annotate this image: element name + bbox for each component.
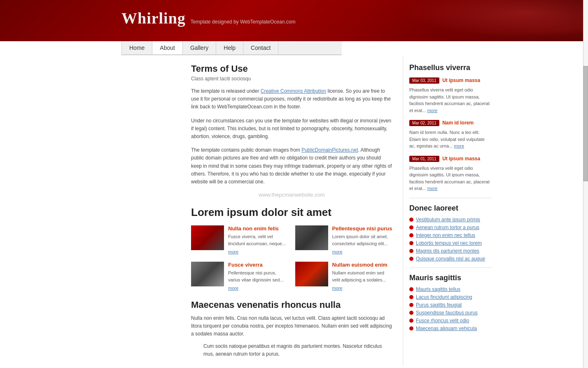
- mauris-link-4[interactable]: Suspendisse faucibus purus: [416, 310, 478, 316]
- date-badge-3: Mar 01, 2011: [409, 156, 439, 162]
- list-item: Lobortis tempus vel nec lorem: [409, 240, 492, 246]
- site-tagline: Template designed by WebTemplateOcean.co…: [191, 19, 296, 25]
- pdp-link[interactable]: PublicDomainPictures.net: [301, 147, 358, 153]
- sidebar-post-title-2: Nam id lorem: [442, 120, 474, 126]
- sidebar-post-more-2[interactable]: more: [454, 143, 464, 148]
- bullet-icon: [409, 319, 413, 323]
- page-wrapper: Terms of Use Class aptent taciti sociosq…: [61, 55, 527, 366]
- terms-paragraph2: Under no circumstances can you use the t…: [191, 117, 392, 141]
- grid-title-1: Nulla non enim felis: [228, 225, 289, 232]
- maecenas-indent: Cum sociis natoque penatibus et magnis d…: [203, 342, 392, 358]
- sidebar: Phasellus viverra Mar 03, 2011 Ut ipsum …: [403, 55, 498, 366]
- mauris-link-6[interactable]: Maecenas aliquam vehicula: [416, 326, 477, 331]
- donec-link-6[interactable]: Quisque convallis nisl ac augue: [416, 256, 485, 262]
- bullet-icon: [409, 233, 413, 237]
- grid-title-4: Nullam euismod enim: [332, 262, 393, 268]
- watermark: www.thepcmanwebsite.com: [191, 192, 392, 198]
- grid-text-2: Lorem ipsum dolor sit amet, consectetur …: [332, 233, 393, 247]
- donec-link-1[interactable]: Vestibulum ante ipsum primis: [416, 217, 480, 223]
- bullet-icon: [409, 218, 413, 222]
- bullet-icon: [409, 295, 413, 299]
- grid-content-3: Fusce viverra Pellentesque nisi purus, v…: [228, 262, 289, 291]
- sidebar-divider-1: [409, 198, 492, 198]
- lorem-section: Lorem ipsum dolor sit amet Nulla non eni…: [191, 206, 392, 291]
- sidebar-mauris-title: Mauris sagittis: [409, 274, 492, 282]
- sidebar-post-text-3: Phasellus viverra velit eget odio dignis…: [409, 165, 492, 192]
- bullet-icon: [409, 241, 413, 245]
- nav-home[interactable]: Home: [121, 41, 152, 54]
- scrollbar[interactable]: [583, 0, 588, 366]
- grid-title-2: Pellentesque nisi purus: [332, 225, 393, 232]
- sidebar-post-more-1[interactable]: more: [427, 108, 437, 113]
- maecenas-title: Maecenas venenatis rhoncus nulla: [191, 300, 392, 310]
- sidebar-post-title-3: Ut ipsum massa: [442, 156, 480, 162]
- list-item: Integer non enim nec tellus: [409, 232, 492, 238]
- sidebar-post-3: Mar 01, 2011 Ut ipsum massa Phasellus vi…: [409, 155, 492, 192]
- main-content: Terms of Use Class aptent taciti sociosq…: [183, 55, 403, 366]
- grid-text-4: Nullam euismod enim sed velit adipiscing…: [332, 270, 393, 283]
- sidebar-post-1: Mar 03, 2011 Ut ipsum massa Phasellus vi…: [409, 77, 492, 114]
- sidebar-donec-title: Donec laoreet: [409, 204, 492, 213]
- donec-link-3[interactable]: Integer non enim nec tellus: [416, 232, 475, 238]
- date-badge-2: Mar 02, 2011: [409, 120, 439, 126]
- grid-more-2[interactable]: more: [332, 249, 343, 254]
- nav-help[interactable]: Help: [216, 41, 243, 54]
- lorem-title: Lorem ipsum dolor sit amet: [191, 206, 392, 219]
- grid-more-1[interactable]: more: [228, 249, 238, 254]
- mauris-link-1[interactable]: Mauris sagittis tellus: [416, 286, 460, 292]
- scrollbar-thumb[interactable]: [583, 66, 588, 181]
- site-header: Whirling Template designed by WebTemplat…: [0, 0, 588, 41]
- grid-title-3: Fusce viverra: [228, 262, 289, 268]
- list-item: Aenean rutrum tortor a purus: [409, 225, 492, 230]
- sidebar-post-more-3[interactable]: more: [427, 186, 437, 191]
- bullet-icon: [409, 303, 413, 307]
- grid-content-1: Nulla non enim felis Fusce viverra, veli…: [228, 225, 289, 255]
- sidebar-donec: Donec laoreet Vestibulum ante ipsum prim…: [409, 204, 492, 262]
- donec-link-2[interactable]: Aenean rutrum tortor a purus: [416, 225, 479, 230]
- main-nav: Home About Gallery Help Contact: [121, 41, 342, 55]
- thumb-4: [295, 262, 328, 286]
- list-item: Mauris sagittis tellus: [409, 286, 492, 292]
- nav-contact[interactable]: Contact: [243, 41, 278, 54]
- list-item: Quisque convallis nisl ac augue: [409, 256, 492, 262]
- nav-about[interactable]: About: [152, 41, 183, 54]
- bullet-icon: [409, 225, 413, 230]
- grid-content-4: Nullam euismod enim Nullam euismod enim …: [332, 262, 393, 291]
- bullet-icon: [409, 257, 413, 261]
- bullet-icon: [409, 287, 413, 291]
- sidebar-divider-2: [409, 267, 492, 268]
- donec-link-4[interactable]: Lobortis tempus vel nec lorem: [416, 240, 482, 246]
- sidebar-phasellus-title: Phasellus viverra: [409, 63, 492, 72]
- site-name: Whirling: [121, 9, 186, 27]
- mauris-link-5[interactable]: Fusce rhoncus velit odio: [416, 318, 469, 323]
- grid-item-1: Nulla non enim felis Fusce viverra, veli…: [191, 225, 289, 255]
- list-item: Magnis dis parturient montes: [409, 248, 492, 254]
- grid-container: Nulla non enim felis Fusce viverra, veli…: [191, 225, 392, 291]
- list-item: Suspendisse faucibus purus: [409, 310, 492, 316]
- thumb-1: [191, 225, 224, 250]
- list-item: Vestibulum ante ipsum primis: [409, 217, 492, 223]
- sidebar-mauris: Mauris sagittis Mauris sagittis tellus L…: [409, 274, 492, 331]
- bullet-icon: [409, 326, 413, 330]
- donec-link-5[interactable]: Magnis dis parturient montes: [416, 248, 479, 254]
- list-item: Maecenas aliquam vehicula: [409, 326, 492, 331]
- terms-title: Terms of Use: [191, 63, 392, 74]
- sidebar-post-title-1: Ut ipsum massa: [442, 77, 480, 83]
- grid-item-4: Nullam euismod enim Nullam euismod enim …: [295, 262, 393, 291]
- grid-more-3[interactable]: more: [228, 286, 238, 291]
- grid-content-2: Pellentesque nisi purus Lorem ipsum dolo…: [332, 225, 393, 255]
- bullet-icon: [409, 311, 413, 315]
- site-title-area: Whirling Template designed by WebTemplat…: [121, 9, 295, 27]
- sidebar-mauris-list: Mauris sagittis tellus Lacus fincidunt a…: [409, 286, 492, 331]
- nav-gallery[interactable]: Gallery: [183, 41, 216, 54]
- cc-link[interactable]: Creative Commons Attribution: [261, 88, 326, 94]
- mauris-link-2[interactable]: Lacus fincidunt adipiscing: [416, 294, 472, 300]
- grid-text-3: Pellentesque nisi purus, varius vitae di…: [228, 270, 289, 283]
- mauris-link-3[interactable]: Purus sagittis feugiat: [416, 302, 462, 308]
- terms-section: Terms of Use Class aptent taciti sociosq…: [191, 63, 392, 198]
- grid-item-3: Fusce viverra Pellentesque nisi purus, v…: [191, 262, 289, 291]
- terms-paragraph3: The template contains public domain imag…: [191, 146, 392, 186]
- thumb-3: [191, 262, 224, 286]
- grid-more-4[interactable]: more: [332, 286, 343, 291]
- grid-text-1: Fusce viverra, velit vel tincidunt accum…: [228, 233, 289, 247]
